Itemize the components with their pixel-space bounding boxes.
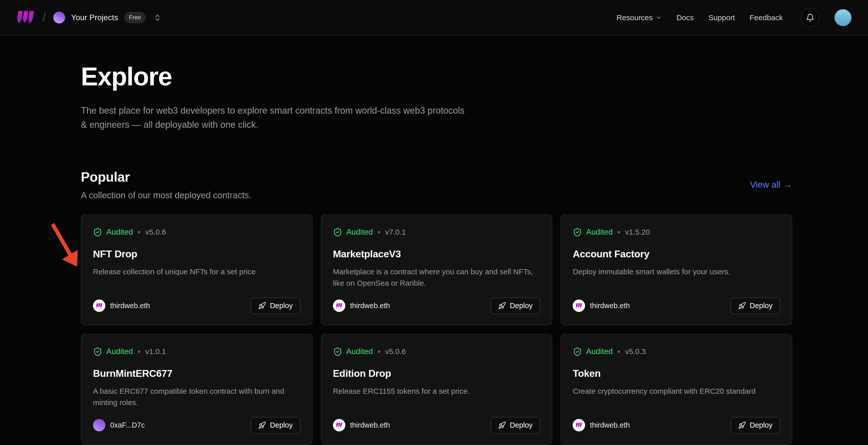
contract-description: Release ERC1155 tokens for a set price. xyxy=(333,385,540,397)
shield-check-icon xyxy=(573,347,582,356)
contract-version: v5.0.6 xyxy=(385,347,406,356)
contract-card[interactable]: Audited v1.5.20 Account Factory Deploy i… xyxy=(561,215,792,325)
thirdweb-mini-logo-icon xyxy=(336,422,343,428)
nav-docs[interactable]: Docs xyxy=(677,13,694,22)
rocket-icon xyxy=(258,302,266,310)
nav-resources[interactable]: Resources xyxy=(616,13,661,22)
popular-section-title: Popular xyxy=(81,169,251,185)
publisher-name: thirdweb.eth xyxy=(590,421,630,430)
view-all-link[interactable]: View all → xyxy=(750,180,792,190)
project-avatar xyxy=(53,11,65,24)
dot-separator xyxy=(138,231,140,233)
dot-separator xyxy=(378,231,380,233)
notifications-button[interactable] xyxy=(801,8,819,27)
publisher[interactable]: thirdweb.eth xyxy=(573,419,630,432)
contract-card[interactable]: Audited v5.0.3 Token Create cryptocurren… xyxy=(561,334,792,445)
nav-support[interactable]: Support xyxy=(708,13,735,22)
publisher[interactable]: thirdweb.eth xyxy=(333,419,390,432)
contract-card[interactable]: Audited v1.0.1 BurnMintERC677 A basic ER… xyxy=(81,334,312,445)
top-nav: / Your Projects Free Resources Docs Supp… xyxy=(0,0,868,36)
publisher-avatar xyxy=(333,419,345,432)
project-switcher[interactable]: Your Projects Free xyxy=(53,11,161,24)
thirdweb-mini-logo-icon xyxy=(576,422,582,428)
bell-icon xyxy=(806,13,814,22)
contract-description: Marketplace is a contract where you can … xyxy=(333,266,540,289)
thirdweb-mini-logo-icon xyxy=(96,303,102,308)
deploy-button[interactable]: Deploy xyxy=(731,417,780,434)
chevrons-up-down-icon[interactable] xyxy=(153,13,161,22)
view-all-label: View all xyxy=(750,180,780,190)
dot-separator xyxy=(618,351,620,353)
publisher-avatar xyxy=(333,299,345,312)
rocket-icon xyxy=(498,421,506,429)
explore-page: Explore The best place for web3 develope… xyxy=(0,36,868,445)
page-subtitle: The best place for web3 developers to ex… xyxy=(81,103,467,132)
shield-check-icon xyxy=(573,227,582,237)
breadcrumb-separator: / xyxy=(42,10,46,24)
deploy-button-label: Deploy xyxy=(510,421,532,430)
contract-title: Token xyxy=(573,368,780,379)
contract-title: NFT Drop xyxy=(93,249,300,260)
rocket-icon xyxy=(258,421,266,429)
deploy-button-label: Deploy xyxy=(270,421,292,430)
audited-badge: Audited xyxy=(586,227,613,236)
audited-badge: Audited xyxy=(106,347,133,356)
rocket-icon xyxy=(738,421,746,429)
deploy-button-label: Deploy xyxy=(750,301,773,310)
publisher-avatar xyxy=(93,299,105,312)
dot-separator xyxy=(138,351,140,353)
audited-badge: Audited xyxy=(346,347,373,356)
contract-description: Create cryptocurrency compliant with ERC… xyxy=(573,385,780,397)
contract-version: v1.5.20 xyxy=(625,228,650,236)
thirdweb-mini-logo-icon xyxy=(576,303,582,308)
chevron-down-icon xyxy=(655,14,662,21)
publisher-name: thirdweb.eth xyxy=(590,301,630,310)
deploy-button[interactable]: Deploy xyxy=(491,417,540,434)
nav-resources-label: Resources xyxy=(616,13,652,22)
deploy-button[interactable]: Deploy xyxy=(491,297,540,314)
contract-title: BurnMintERC677 xyxy=(93,368,300,379)
contract-description: Release collection of unique NFTs for a … xyxy=(93,266,300,277)
publisher-name: thirdweb.eth xyxy=(110,301,150,310)
publisher-avatar xyxy=(573,299,585,312)
shield-check-icon xyxy=(93,347,102,356)
publisher[interactable]: thirdweb.eth xyxy=(573,299,630,312)
publisher-avatar xyxy=(93,419,105,432)
project-name: Your Projects xyxy=(71,13,118,22)
contract-card-grid: Audited v5.0.6 NFT Drop Release collecti… xyxy=(81,215,792,445)
deploy-button-label: Deploy xyxy=(750,421,773,430)
shield-check-icon xyxy=(93,227,102,237)
deploy-button[interactable]: Deploy xyxy=(251,297,300,314)
popular-section-subtitle: A collection of our most deployed contra… xyxy=(81,190,251,200)
contract-description: Deploy immutable smart wallets for your … xyxy=(573,266,780,277)
deploy-button[interactable]: Deploy xyxy=(731,297,780,314)
contract-title: Edition Drop xyxy=(333,368,540,379)
rocket-icon xyxy=(498,302,506,310)
audited-badge: Audited xyxy=(586,347,613,356)
publisher-name: thirdweb.eth xyxy=(350,421,390,430)
audited-badge: Audited xyxy=(346,227,373,236)
audited-badge: Audited xyxy=(106,227,133,236)
rocket-icon xyxy=(738,302,746,310)
contract-version: v5.0.6 xyxy=(145,228,166,236)
contract-card[interactable]: Audited v5.0.6 NFT Drop Release collecti… xyxy=(81,215,312,325)
contract-title: MarketplaceV3 xyxy=(333,249,540,260)
publisher[interactable]: thirdweb.eth xyxy=(333,299,390,312)
nav-feedback[interactable]: Feedback xyxy=(749,13,783,22)
plan-badge: Free xyxy=(124,12,146,23)
page-title: Explore xyxy=(81,36,792,91)
publisher-name: 0xaF...D7c xyxy=(110,421,145,430)
arrow-right-icon: → xyxy=(783,180,792,190)
contract-version: v1.0.1 xyxy=(145,347,166,356)
thirdweb-logo-icon[interactable] xyxy=(16,10,35,25)
deploy-button[interactable]: Deploy xyxy=(251,417,300,434)
publisher[interactable]: thirdweb.eth xyxy=(93,299,150,312)
publisher[interactable]: 0xaF...D7c xyxy=(93,419,145,432)
contract-card[interactable]: Audited v7.0.1 MarketplaceV3 Marketplace… xyxy=(321,215,553,325)
user-avatar[interactable] xyxy=(834,9,852,27)
publisher-avatar xyxy=(573,419,585,432)
thirdweb-mini-logo-icon xyxy=(336,303,343,308)
dot-separator xyxy=(618,231,620,233)
dot-separator xyxy=(378,351,380,353)
contract-card[interactable]: Audited v5.0.6 Edition Drop Release ERC1… xyxy=(321,334,553,445)
